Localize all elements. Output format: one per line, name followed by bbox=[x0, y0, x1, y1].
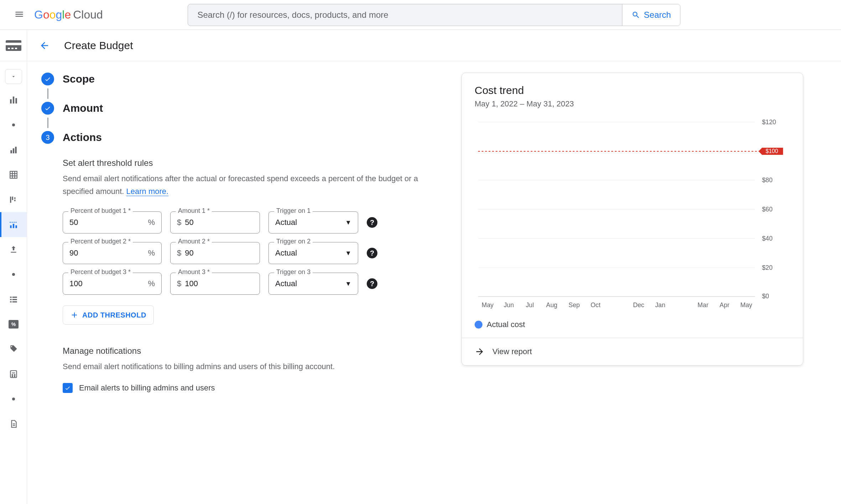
help-icon[interactable]: ? bbox=[367, 248, 377, 258]
dot-icon bbox=[12, 124, 15, 126]
rail-item-docs[interactable] bbox=[0, 411, 27, 436]
calculator-icon bbox=[9, 369, 18, 379]
svg-rect-21 bbox=[12, 224, 14, 228]
rail-item-dot[interactable] bbox=[0, 112, 27, 137]
amount-input[interactable]: $ 50 bbox=[170, 211, 260, 233]
rail-item-budgets[interactable] bbox=[0, 212, 27, 237]
trigger-field-label: Trigger on 2 bbox=[274, 238, 313, 245]
step-connector bbox=[47, 88, 48, 99]
search-button-label: Search bbox=[644, 10, 671, 20]
svg-rect-27 bbox=[12, 299, 17, 300]
percent-field-label: Percent of budget 2 * bbox=[68, 238, 133, 245]
amount-field-label: Amount 3 * bbox=[176, 268, 212, 276]
rail-item-tag[interactable] bbox=[0, 337, 27, 362]
svg-text:Sep: Sep bbox=[569, 301, 580, 309]
caret-down-icon: ▼ bbox=[345, 250, 351, 257]
notifications-title: Manage notifications bbox=[63, 346, 440, 356]
percent-input[interactable]: 90 % bbox=[63, 242, 162, 264]
add-threshold-button[interactable]: ADD THRESHOLD bbox=[63, 305, 154, 325]
search-group: Search (/) for resources, docs, products… bbox=[188, 4, 680, 26]
budget-badge: $100 bbox=[758, 148, 783, 155]
percent-icon: % bbox=[9, 320, 19, 329]
form-column: Scope Amount 3 Actions bbox=[41, 73, 440, 493]
help-icon[interactable]: ? bbox=[367, 217, 377, 228]
back-arrow-icon[interactable] bbox=[39, 40, 50, 51]
breakdown-icon bbox=[9, 195, 18, 204]
rail-item-breakdown[interactable] bbox=[0, 187, 27, 212]
list-icon bbox=[9, 295, 18, 304]
thresholds-description: Send email alert notifications after the… bbox=[63, 172, 440, 198]
rail-item-overview[interactable] bbox=[0, 88, 27, 112]
gcp-logo[interactable]: Google Cloud bbox=[34, 8, 103, 21]
email-alerts-label: Email alerts to billing admins and users bbox=[79, 383, 215, 393]
percent-field-label: Percent of budget 3 * bbox=[68, 268, 133, 276]
svg-rect-29 bbox=[12, 301, 17, 302]
dashboard-icon bbox=[9, 95, 18, 105]
svg-rect-7 bbox=[15, 98, 17, 104]
help-icon[interactable]: ? bbox=[367, 278, 377, 289]
amount-field-label: Amount 1 * bbox=[176, 207, 212, 215]
search-button[interactable]: Search bbox=[622, 4, 680, 26]
step-label: Actions bbox=[63, 131, 102, 143]
dot-icon bbox=[12, 398, 15, 400]
percent-input[interactable]: 100 % bbox=[63, 273, 162, 295]
email-alerts-checkbox[interactable] bbox=[63, 383, 73, 393]
step-amount[interactable]: Amount bbox=[41, 102, 440, 115]
svg-text:$100: $100 bbox=[766, 148, 778, 154]
svg-rect-0 bbox=[6, 40, 21, 51]
svg-rect-5 bbox=[10, 99, 11, 104]
budgets-icon bbox=[9, 220, 18, 229]
svg-rect-4 bbox=[15, 48, 17, 49]
rail-item-percent[interactable]: % bbox=[0, 312, 27, 337]
svg-text:%: % bbox=[11, 321, 16, 327]
svg-rect-16 bbox=[10, 196, 11, 203]
svg-rect-6 bbox=[12, 96, 14, 104]
svg-rect-26 bbox=[10, 299, 11, 300]
rail-item-dot-2[interactable] bbox=[0, 262, 27, 287]
percent-input[interactable]: 50 % bbox=[63, 211, 162, 233]
step-scope[interactable]: Scope bbox=[41, 73, 440, 85]
menu-icon[interactable] bbox=[11, 6, 27, 23]
upload-icon bbox=[9, 245, 18, 254]
trigger-select[interactable]: Actual ▼ bbox=[268, 242, 358, 264]
amount-field-label: Amount 2 * bbox=[176, 238, 212, 245]
rail-item-table[interactable] bbox=[0, 162, 27, 187]
rail-item-calc[interactable] bbox=[0, 362, 27, 387]
svg-rect-19 bbox=[14, 200, 15, 201]
step-label: Amount bbox=[63, 102, 103, 114]
svg-text:$0: $0 bbox=[762, 293, 769, 300]
amount-input[interactable]: $ 90 bbox=[170, 242, 260, 264]
trigger-select[interactable]: Actual ▼ bbox=[268, 273, 358, 295]
legend-label: Actual cost bbox=[487, 320, 525, 329]
table-icon bbox=[9, 170, 18, 179]
svg-text:$60: $60 bbox=[762, 206, 773, 213]
learn-more-link[interactable]: Learn more. bbox=[126, 187, 169, 196]
step-label: Scope bbox=[63, 73, 95, 85]
rail-item-reports[interactable] bbox=[0, 137, 27, 162]
check-icon bbox=[44, 105, 51, 112]
trigger-select[interactable]: Actual ▼ bbox=[268, 211, 358, 233]
svg-text:$40: $40 bbox=[762, 235, 773, 242]
threshold-row: Percent of budget 3 * 100 % Amount 3 * bbox=[63, 273, 440, 295]
rail-dropdown[interactable] bbox=[5, 69, 22, 84]
search-input[interactable]: Search (/) for resources, docs, products… bbox=[188, 4, 622, 26]
rail-item-export[interactable] bbox=[0, 237, 27, 262]
svg-text:Jul: Jul bbox=[526, 301, 534, 309]
amount-input[interactable]: $ 100 bbox=[170, 273, 260, 295]
svg-rect-18 bbox=[14, 198, 15, 199]
page-title: Create Budget bbox=[64, 40, 133, 52]
svg-point-34 bbox=[12, 374, 12, 375]
svg-rect-10 bbox=[15, 147, 16, 153]
legend-swatch-icon bbox=[475, 321, 482, 329]
billing-product-icon[interactable] bbox=[0, 30, 27, 61]
rail-item-list[interactable] bbox=[0, 287, 27, 312]
svg-rect-8 bbox=[10, 150, 12, 153]
rail-item-dot-3[interactable] bbox=[0, 387, 27, 411]
svg-text:Jan: Jan bbox=[655, 301, 665, 309]
view-report-link[interactable]: View report bbox=[462, 338, 803, 365]
svg-text:May: May bbox=[482, 301, 494, 309]
svg-point-35 bbox=[14, 374, 15, 375]
svg-text:Apr: Apr bbox=[720, 301, 730, 309]
svg-text:Dec: Dec bbox=[633, 301, 644, 309]
bar-chart-icon bbox=[9, 145, 18, 154]
